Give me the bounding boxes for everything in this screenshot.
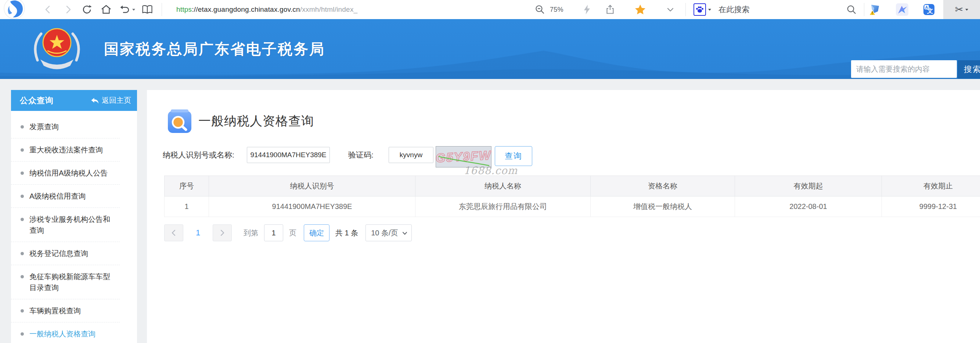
- toolbar-separator: [864, 3, 864, 16]
- search-engine-dropdown-icon[interactable]: [708, 9, 711, 11]
- sidebar-item-a-level-credit-query[interactable]: A级纳税信用查询: [11, 185, 120, 208]
- forward-icon[interactable]: [62, 4, 73, 15]
- confirm-page-button[interactable]: 确定: [304, 224, 329, 241]
- bullet-icon: [21, 125, 24, 129]
- col-taxpayer-name: 纳税人名称: [415, 176, 591, 197]
- sidebar-item-tax-registration-info-query[interactable]: 税务登记信息查询: [11, 242, 120, 265]
- goto-suffix-label: 页: [289, 228, 296, 238]
- col-taxpayer-id: 纳税人识别号: [209, 176, 415, 197]
- sidebar-item-vehicle-purchase-tax-query[interactable]: 车辆购置税查询: [11, 299, 120, 322]
- sidebar-item-tax-service-agency-query[interactable]: 涉税专业服务机构公告和查询: [11, 208, 120, 242]
- bullet-icon: [21, 252, 24, 255]
- browser-logo-icon[interactable]: [4, 0, 25, 19]
- screenshot-tool-active-area[interactable]: ✂: [943, 0, 980, 19]
- pagination: 1 到第 页 确定 共 1 条 10 条/页: [164, 224, 412, 241]
- back-icon[interactable]: [43, 4, 54, 15]
- toolbar-separator: [162, 3, 162, 16]
- extension-bird-icon[interactable]: [896, 3, 908, 16]
- sidebar-item-label: 重大税收违法案件查询: [29, 146, 103, 154]
- bookmark-star-icon[interactable]: [635, 4, 646, 15]
- zoom-level[interactable]: 75%: [550, 0, 563, 19]
- bullet-icon: [21, 195, 24, 198]
- reply-arrow-icon: [91, 97, 99, 104]
- find-icon[interactable]: [846, 4, 857, 15]
- col-qualification-name: 资格名称: [591, 176, 735, 197]
- screen: https://etax.guangdong.chinatax.gov.cn/x…: [0, 0, 980, 343]
- refresh-icon[interactable]: [81, 4, 92, 15]
- site-search-input[interactable]: [851, 60, 957, 78]
- svg-text:!: !: [872, 11, 873, 15]
- goto-prefix-label: 到第: [243, 228, 258, 238]
- cell-taxpayer-id: 91441900MA7HEY389E: [209, 197, 415, 217]
- site-search-button[interactable]: 搜索: [958, 60, 980, 79]
- history-undo-icon[interactable]: [120, 4, 131, 15]
- table-row: 1 91441900MA7HEY389E 东莞思辰旅行用品有限公司 增值税一般纳…: [165, 197, 980, 217]
- sidebar-item-credit-a-taxpayer-announcement[interactable]: 纳税信用A级纳税人公告: [11, 162, 120, 185]
- browser-toolbar: https://etax.guangdong.chinatax.gov.cn/x…: [0, 0, 980, 19]
- sidebar-item-general-taxpayer-qualification-query[interactable]: 一般纳税人资格查询: [11, 322, 120, 343]
- reading-list-icon[interactable]: [142, 4, 153, 15]
- total-count-label: 共 1 条: [336, 228, 358, 238]
- prev-page-button[interactable]: [164, 224, 183, 241]
- col-serial: 序号: [165, 176, 209, 197]
- bullet-icon: [21, 275, 24, 278]
- screenshot-dropdown-icon[interactable]: [965, 9, 968, 11]
- site-title: 国家税务总局广东省电子税务局: [104, 19, 325, 79]
- zoom-out-icon[interactable]: [535, 4, 546, 15]
- sidebar-item-label: 税务登记信息查询: [29, 249, 88, 257]
- bullet-icon: [21, 309, 24, 313]
- query-button[interactable]: 查询: [495, 146, 532, 166]
- url-path: /xxmh/html/index_: [300, 5, 358, 14]
- col-valid-from: 有效期起: [735, 176, 882, 197]
- sidebar-item-label: A级纳税信用查询: [29, 192, 86, 200]
- lightning-icon[interactable]: [581, 4, 592, 15]
- bullet-icon: [21, 218, 24, 221]
- page-number-current[interactable]: 1: [188, 228, 208, 238]
- back-home-link[interactable]: 返回主页: [91, 90, 131, 111]
- sidebar-menu: 发票查询 重大税收违法案件查询 纳税信用A级纳税人公告 A级纳税信用查询 涉税专…: [11, 111, 137, 343]
- chevron-down-icon[interactable]: [665, 4, 676, 15]
- sidebar-item-label: 涉税专业服务机构公告和查询: [29, 215, 110, 234]
- taxpayer-id-input[interactable]: [247, 147, 330, 163]
- chevron-right-icon: [219, 229, 226, 237]
- history-dropdown-icon[interactable]: [132, 9, 135, 11]
- bullet-icon: [21, 148, 24, 152]
- url-scheme: https: [176, 5, 192, 14]
- page-title: 一般纳税人资格查询: [198, 109, 314, 134]
- bullet-icon: [21, 172, 24, 175]
- table-header-row: 序号 纳税人识别号 纳税人名称 资格名称 有效期起 有效期止: [165, 176, 980, 197]
- captcha-text: G5Y9FW: [436, 148, 492, 165]
- sidebar-item-nev-purchase-tax-exempt-catalog[interactable]: 免征车购税新能源车车型目录查询: [11, 265, 120, 299]
- sidebar-item-label: 发票查询: [29, 123, 59, 131]
- taxpayer-id-label: 纳税人识别号或名称:: [163, 146, 234, 164]
- baidu-search-engine-icon[interactable]: [694, 3, 706, 16]
- extension-translate-icon[interactable]: 文 A: [923, 3, 935, 16]
- watermark: 1688.com: [463, 165, 517, 177]
- select-chevron-down-icon: [402, 230, 408, 236]
- home-icon[interactable]: [101, 4, 112, 15]
- address-bar[interactable]: https://etax.guangdong.chinatax.gov.cn/x…: [176, 0, 357, 19]
- svg-text:A: A: [925, 5, 928, 10]
- extension-warning-icon[interactable]: !: [868, 3, 881, 16]
- page-size-select[interactable]: 10 条/页: [366, 224, 412, 241]
- goto-page-input[interactable]: [264, 224, 283, 241]
- toolbar-separator: [686, 3, 686, 16]
- cell-valid-from: 2022-08-01: [735, 197, 882, 217]
- search-here-hint[interactable]: 在此搜索: [719, 0, 750, 19]
- captcha-input[interactable]: [389, 147, 433, 163]
- cell-serial: 1: [165, 197, 209, 217]
- sidebar-item-label: 免征车购税新能源车车型目录查询: [29, 273, 110, 292]
- sidebar-item-invoice-query[interactable]: 发票查询: [11, 115, 120, 138]
- next-page-button[interactable]: [213, 224, 232, 241]
- url-host: etax.guangdong.chinatax.gov.cn: [198, 5, 300, 14]
- scissors-icon[interactable]: ✂: [955, 5, 964, 15]
- cell-valid-to: 9999-12-31: [882, 197, 980, 217]
- captcha-label: 验证码:: [348, 146, 374, 164]
- sidebar-item-major-tax-violation-cases[interactable]: 重大税收违法案件查询: [11, 138, 120, 162]
- sidebar-item-label: 一般纳税人资格查询: [29, 330, 95, 338]
- cell-taxpayer-name: 东莞思辰旅行用品有限公司: [415, 197, 591, 217]
- page-size-value: 10 条/页: [371, 228, 398, 238]
- share-icon[interactable]: [605, 4, 616, 15]
- main-content: 一般纳税人资格查询 纳税人识别号或名称: 验证码: G5Y9FW 查询 1688…: [147, 90, 980, 343]
- tax-bureau-emblem: [29, 24, 84, 79]
